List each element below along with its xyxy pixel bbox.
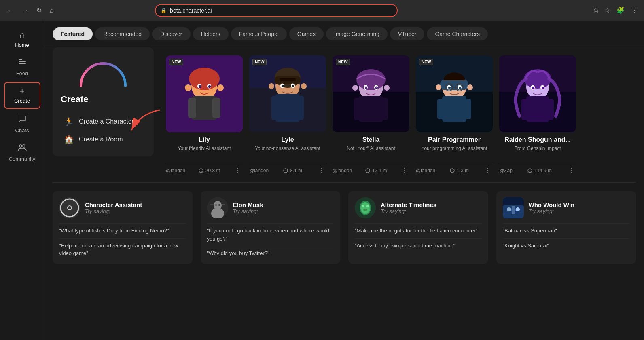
assistant-title-area: Character Assistant Try saying:	[85, 201, 142, 214]
svg-point-4	[23, 145, 25, 147]
character-card-raiden[interactable]: Raiden Shogun and... From Genshin Impact…	[499, 55, 576, 174]
browser-chrome: ← → ↻ ⌂ 🔒 beta.character.ai ⎙ ☆ 🧩 ⋮	[0, 0, 644, 21]
lock-icon: 🔒	[161, 8, 167, 13]
reload-button[interactable]: ↻	[34, 5, 44, 16]
svg-point-65	[448, 87, 451, 89]
svg-rect-79	[547, 99, 554, 120]
who-try: Try saying:	[529, 208, 575, 214]
character-card-lyle[interactable]: NEW	[249, 55, 326, 174]
svg-point-34	[282, 85, 284, 87]
forward-button[interactable]: →	[19, 5, 31, 16]
tab-discover[interactable]: Discover	[152, 27, 190, 40]
elon-title-area: Elon Musk Try saying:	[233, 201, 263, 214]
create-room-option[interactable]: 🏠 Create a Room	[61, 131, 146, 148]
back-button[interactable]: ←	[5, 5, 16, 16]
home-button[interactable]: ⌂	[47, 5, 56, 16]
svg-rect-59	[440, 79, 468, 90]
tab-famous[interactable]: Famous People	[231, 27, 287, 40]
character-card-lily[interactable]: NEW	[166, 55, 243, 174]
suggestion-header-who: Who Would Win Try saying:	[503, 197, 630, 218]
raiden-desc: From Genshin Impact	[499, 145, 576, 160]
feed-icon	[18, 58, 27, 69]
stella-stats-icon	[365, 168, 371, 173]
tab-games[interactable]: Games	[289, 27, 324, 40]
suggestion-card-alternate[interactable]: Alternate Timelines Try saying: "Make me…	[348, 191, 488, 264]
raiden-stats-icon	[527, 168, 533, 173]
lily-name: Lily	[166, 136, 243, 144]
create-panel: Create 🏃 Create a Character 🏠 Create a R…	[53, 47, 154, 156]
sidebar-item-community[interactable]: Community	[4, 139, 40, 166]
svg-rect-91	[222, 204, 225, 205]
share-button[interactable]: ⎙	[592, 5, 600, 16]
tab-game-chars[interactable]: Game Characters	[427, 27, 487, 40]
lily-stats: 20.8 m	[198, 168, 220, 173]
tab-recommended[interactable]: Recommended	[95, 27, 150, 40]
arc-decoration	[77, 55, 129, 88]
alternate-name: Alternate Timelines	[381, 201, 436, 208]
suggestion-card-assistant[interactable]: Character Assistant Try saying: "What ty…	[53, 191, 193, 264]
elon-try: Try saying:	[233, 208, 263, 214]
bookmark-button[interactable]: ☆	[603, 5, 612, 16]
raiden-stats: 114.9 m	[527, 168, 552, 173]
suggestion-header-alternate: Alternate Timelines Try saying:	[355, 197, 482, 218]
create-room-label: Create a Room	[79, 136, 123, 143]
svg-rect-104	[512, 206, 515, 214]
elon-avatar-svg	[207, 197, 228, 218]
pair-footer: @landon 1.3 m ⋮	[416, 163, 493, 174]
raiden-footer: @Zap 114.9 m ⋮	[499, 163, 576, 174]
raiden-more-btn[interactable]: ⋮	[566, 167, 576, 174]
tab-helpers[interactable]: Helpers	[193, 27, 229, 40]
lyle-more-btn[interactable]: ⋮	[316, 167, 326, 174]
svg-rect-61	[437, 99, 445, 119]
sidebar-label-chats: Chats	[15, 127, 29, 133]
sidebar-item-feed[interactable]: Feed	[4, 54, 40, 80]
svg-rect-29	[297, 96, 304, 120]
svg-point-37	[269, 83, 274, 89]
tab-featured[interactable]: Featured	[53, 27, 93, 40]
svg-point-66	[459, 87, 461, 89]
stella-name: Stella	[333, 136, 409, 144]
svg-point-18	[217, 84, 224, 91]
character-card-stella[interactable]: NEW	[333, 55, 409, 174]
stella-more-btn[interactable]: ⋮	[400, 167, 409, 174]
suggestion-card-who[interactable]: Who Would Win Try saying: "Batman vs Sup…	[496, 191, 636, 264]
pair-stats: 1.3 m	[449, 168, 469, 173]
suggestion-card-elon[interactable]: Elon Musk Try saying: "If you could go b…	[201, 191, 341, 264]
sidebar-label-create: Create	[14, 98, 30, 104]
svg-rect-46	[381, 98, 388, 120]
svg-point-15	[199, 85, 201, 88]
tab-vtuber[interactable]: VTuber	[390, 27, 424, 40]
alternate-avatar-svg	[355, 197, 376, 218]
pair-name: Pair Programmer	[416, 136, 493, 144]
lyle-stats: 8.1 m	[283, 168, 302, 173]
extension-button[interactable]: 🧩	[615, 5, 626, 16]
svg-rect-60	[442, 96, 466, 122]
lily-avatar: NEW	[166, 55, 243, 132]
sidebar-item-chats[interactable]: Chats	[4, 110, 40, 137]
svg-rect-78	[521, 99, 528, 120]
svg-rect-77	[526, 96, 549, 122]
address-bar[interactable]: 🔒 beta.character.ai	[155, 4, 398, 17]
svg-point-51	[366, 87, 367, 88]
lily-footer: @landon 20.8 m ⋮	[166, 163, 243, 174]
svg-point-93	[218, 204, 220, 206]
svg-rect-62	[464, 99, 471, 119]
sidebar-item-home[interactable]: ⌂ Home	[4, 26, 40, 52]
who-quote-1: "Batman vs Superman"	[503, 223, 630, 235]
svg-point-39	[284, 169, 288, 173]
svg-point-35	[292, 85, 294, 87]
sidebar-item-create[interactable]: + Create	[4, 82, 40, 109]
pair-avatar: NEW	[416, 55, 493, 132]
lily-more-btn[interactable]: ⋮	[233, 167, 243, 174]
pair-more-btn[interactable]: ⋮	[483, 167, 493, 174]
menu-button[interactable]: ⋮	[629, 5, 639, 16]
home-icon: ⌂	[19, 30, 25, 40]
category-tabs: Featured Recommended Discover Helpers Fa…	[44, 21, 644, 47]
tab-image[interactable]: Image Generating	[326, 27, 388, 40]
character-card-pair[interactable]: NEW	[416, 55, 493, 174]
lyle-stats-icon	[283, 168, 288, 173]
who-avatar-svg	[503, 197, 524, 218]
stella-new-badge: NEW	[336, 59, 350, 65]
create-character-option[interactable]: 🏃 Create a Character	[61, 113, 146, 131]
who-quote-2: "Knight vs Samurai"	[503, 238, 630, 250]
